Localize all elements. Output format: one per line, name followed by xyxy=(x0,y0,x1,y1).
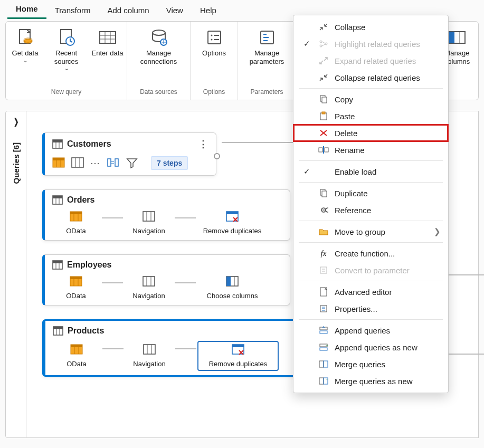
tab-transform[interactable]: Transform xyxy=(46,3,99,19)
odata-icon xyxy=(70,344,83,357)
menu-merge-queries-as-new[interactable]: + Merge queries as new xyxy=(293,373,448,389)
tab-help[interactable]: Help xyxy=(192,3,225,19)
query-title: Products xyxy=(68,326,104,336)
step-navigation[interactable]: Navigation xyxy=(125,211,173,235)
enter-data-button[interactable]: Enter data xyxy=(89,26,127,58)
reference-icon xyxy=(318,205,329,215)
step-navigation[interactable]: Navigation xyxy=(126,344,173,368)
query-title: Customers xyxy=(67,139,111,149)
tab-home[interactable]: Home xyxy=(7,1,46,19)
menu-rename[interactable]: Rename xyxy=(293,141,448,158)
table-icon xyxy=(52,195,63,205)
menu-append-queries[interactable]: Append queries xyxy=(293,322,448,339)
menu-merge-queries[interactable]: Merge queries xyxy=(293,356,448,373)
svg-rect-29 xyxy=(53,158,64,160)
svg-rect-90 xyxy=(320,267,327,273)
odata-icon[interactable] xyxy=(52,157,65,169)
options-button[interactable]: Options xyxy=(195,26,233,58)
menu-separator xyxy=(299,88,443,89)
menu-properties[interactable]: Properties... xyxy=(293,300,448,317)
svg-rect-62 xyxy=(226,277,231,286)
manage-connections-label: Manage connections xyxy=(132,49,185,65)
navigation-icon[interactable] xyxy=(71,157,84,169)
menu-copy[interactable]: Copy xyxy=(293,91,448,108)
menu-separator xyxy=(299,182,443,183)
svg-rect-25 xyxy=(53,140,62,142)
query-card-orders[interactable]: Orders OData Navigation Remove duplicate… xyxy=(42,189,290,241)
append-icon xyxy=(318,325,329,336)
menu-advanced-editor[interactable]: Advanced editor xyxy=(293,283,448,300)
manage-connections-button[interactable]: Manage connections xyxy=(132,26,185,65)
ellipsis-icon[interactable]: ⋯ xyxy=(90,157,100,169)
menu-collapse[interactable]: Collapse xyxy=(293,18,448,35)
append-new-icon: + xyxy=(318,342,329,352)
more-icon[interactable]: ⋮ xyxy=(198,138,208,150)
get-data-label: Get data xyxy=(12,49,39,58)
svg-point-1 xyxy=(24,39,32,43)
query-title: Employees xyxy=(67,260,111,270)
svg-rect-55 xyxy=(70,277,82,279)
step-connector xyxy=(175,217,196,218)
steps-badge[interactable]: 7 steps xyxy=(151,156,188,170)
expand-queries-icon[interactable]: ❯ xyxy=(13,117,18,127)
menu-separator xyxy=(299,160,443,161)
step-odata[interactable]: OData xyxy=(52,211,100,235)
step-odata[interactable]: OData xyxy=(52,276,100,300)
manage-parameters-icon xyxy=(258,28,277,47)
context-menu: Collapse ✓ Highlight related queries Exp… xyxy=(293,15,449,393)
svg-rect-81 xyxy=(322,97,327,103)
svg-rect-51 xyxy=(53,261,62,263)
manage-parameters-button[interactable]: Manage parameters xyxy=(241,26,293,65)
menu-paste[interactable]: Paste xyxy=(293,108,448,125)
menu-separator xyxy=(299,281,443,281)
filter-icon[interactable] xyxy=(126,157,138,169)
enter-data-icon xyxy=(98,28,117,47)
collapse-icon xyxy=(318,22,329,32)
menu-append-queries-as-new[interactable]: + Append queries as new xyxy=(293,339,448,356)
query-card-products[interactable]: Products OData Navigation Remove duplica… xyxy=(42,319,322,377)
step-choose-columns[interactable]: Choose columns xyxy=(198,276,267,300)
svg-point-10 xyxy=(153,30,165,35)
odata-icon xyxy=(70,211,82,224)
menu-delete[interactable]: Delete xyxy=(293,125,448,141)
menu-create-function[interactable]: fx Create function... xyxy=(293,245,448,262)
output-port[interactable] xyxy=(214,153,220,159)
step-odata[interactable]: OData xyxy=(53,344,100,368)
step-navigation[interactable]: Navigation xyxy=(125,276,173,300)
get-data-button[interactable]: Get data ⌄ xyxy=(6,26,44,63)
parameter-icon xyxy=(318,265,329,275)
svg-rect-65 xyxy=(53,327,63,329)
menu-enable-load[interactable]: ✓ Enable load xyxy=(293,163,448,180)
manage-columns-icon xyxy=(448,28,467,47)
tab-view[interactable]: View xyxy=(158,3,192,19)
svg-rect-42 xyxy=(70,212,82,214)
recent-sources-icon xyxy=(57,28,76,47)
replace-icon[interactable] xyxy=(107,157,119,169)
menu-move-to-group[interactable]: Move to group ❯ xyxy=(293,223,448,240)
svg-rect-69 xyxy=(71,345,82,347)
query-card-customers[interactable]: Customers ⋮ ⋯ 7 steps xyxy=(42,132,216,176)
step-remove-duplicates[interactable]: Remove duplicates xyxy=(198,342,278,370)
svg-rect-19 xyxy=(263,37,269,38)
svg-point-13 xyxy=(211,35,212,36)
recent-sources-button[interactable]: Recent sources ⌄ xyxy=(48,26,86,71)
query-card-employees[interactable]: Employees OData Navigation Choose column… xyxy=(42,254,290,306)
step-remove-duplicates[interactable]: Remove duplicates xyxy=(198,211,267,235)
check-icon: ✓ xyxy=(301,167,312,176)
menu-expand-related[interactable]: Expand related queries xyxy=(293,52,448,69)
duplicate-icon xyxy=(318,188,329,198)
menu-reference[interactable]: Reference xyxy=(293,202,448,218)
tab-add-column[interactable]: Add column xyxy=(99,3,157,19)
menu-duplicate[interactable]: Duplicate xyxy=(293,185,448,202)
menu-highlight-related[interactable]: ✓ Highlight related queries xyxy=(293,35,448,52)
menu-collapse-related[interactable]: Collapse related queries xyxy=(293,69,448,86)
svg-text:+: + xyxy=(326,377,328,382)
menu-separator xyxy=(299,319,443,320)
svg-rect-84 xyxy=(319,148,322,152)
ribbon-group-parameters: Parameters xyxy=(250,86,283,98)
svg-rect-32 xyxy=(72,158,83,167)
svg-rect-12 xyxy=(208,31,221,44)
svg-rect-104 xyxy=(324,361,328,367)
menu-separator xyxy=(299,221,443,221)
menu-convert-to-parameter[interactable]: Convert to parameter xyxy=(293,262,448,279)
